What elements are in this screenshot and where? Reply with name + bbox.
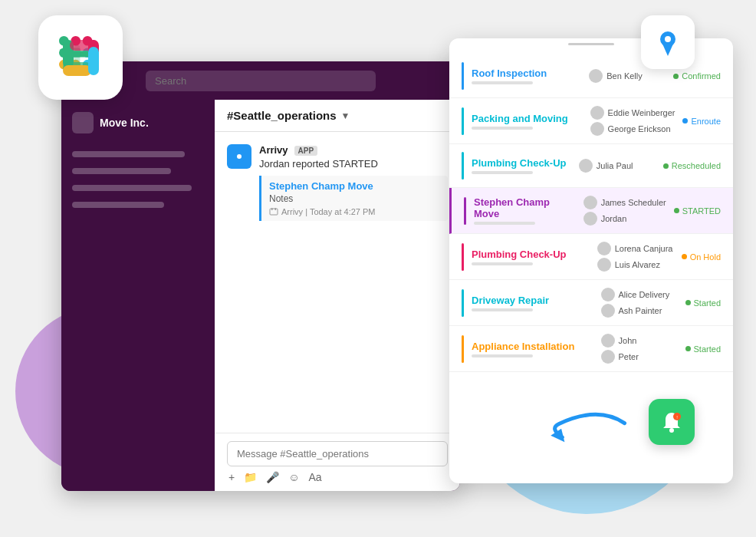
status-text: Enroute [691, 117, 721, 126]
status-dot [682, 254, 687, 259]
status-text: STARTED [682, 206, 721, 216]
job-status: On Hold [682, 252, 721, 262]
job-item[interactable]: Plumbing Check-UpLorena CanjuraLuis Alva… [449, 234, 733, 280]
job-bar [472, 127, 533, 130]
job-person: Peter [601, 350, 678, 364]
person-name: Ash Painter [619, 306, 662, 315]
message-text: Jordan reported STARTED [259, 157, 448, 171]
job-left-border [462, 243, 464, 271]
preview-meta: Arrivy | Today at 4:27 PM [269, 207, 440, 216]
message-sender: Arrivy [259, 144, 288, 156]
status-dot [685, 300, 691, 305]
job-status: Started [685, 298, 721, 308]
job-avatars: Lorena CanjuraLuis Alvarez [597, 242, 674, 272]
job-avatars: Alice DeliveryAsh Painter [601, 288, 678, 318]
slack-sidebar: Move Inc. [61, 100, 215, 491]
person-avatar [583, 212, 597, 226]
job-person: Ash Painter [601, 304, 678, 318]
svg-rect-26 [270, 209, 278, 215]
folder-icon[interactable]: 📁 [244, 471, 257, 483]
job-person: Ben Kelly [589, 69, 666, 83]
location-pin-card [641, 15, 695, 69]
sidebar-item-1[interactable] [72, 151, 185, 157]
svg-point-20 [669, 428, 674, 433]
person-name: Luis Alvarez [615, 260, 660, 269]
person-name: Ben Kelly [606, 71, 642, 81]
search-input[interactable] [146, 71, 376, 91]
job-item[interactable]: Plumbing Check-UpJulia PaulRescheduled [449, 144, 733, 188]
status-text: Confirmed [682, 71, 721, 81]
person-name: Lorena Canjura [615, 244, 673, 253]
message-input[interactable] [227, 441, 448, 466]
job-info: Plumbing Check-Up [472, 157, 571, 174]
person-avatar [601, 288, 615, 301]
job-status: Confirmed [673, 71, 721, 81]
person-name: Jordan [601, 214, 627, 223]
format-icon[interactable]: Aa [308, 471, 321, 483]
sidebar-item-3[interactable] [72, 185, 192, 191]
channel-name[interactable]: #Seattle_operations [227, 109, 337, 122]
bell-icon: ! [660, 410, 683, 433]
person-avatar [597, 258, 611, 272]
mic-icon[interactable]: 🎤 [266, 471, 279, 483]
job-title: Roof Inspection [472, 68, 581, 79]
person-avatar [601, 334, 615, 348]
input-toolbar: + 📁 🎤 ☺ Aa [227, 466, 448, 483]
status-text: Started [694, 298, 721, 308]
job-status: Rescheduled [663, 161, 721, 170]
job-title: Packing and Moving [472, 113, 583, 124]
person-name: Alice Delivery [619, 290, 670, 299]
job-info: Driveway Repair [472, 295, 593, 311]
person-name: George Erickson [608, 124, 671, 133]
job-title: Plumbing Check-Up [472, 157, 571, 169]
message-input-area: + 📁 🎤 ☺ Aa [215, 433, 460, 491]
scroll-track [568, 43, 614, 45]
preview-meta-icon [269, 207, 278, 216]
job-status: Enroute [682, 117, 721, 126]
job-person: Alice Delivery [601, 288, 678, 301]
job-info: Stephen Champ Move [474, 196, 576, 225]
workspace-name: Move Inc. [100, 117, 149, 129]
sidebar-item-2[interactable] [72, 168, 171, 174]
preview-meta-text: Arrivy | Today at 4:27 PM [281, 207, 375, 216]
slack-body: Move Inc. #Seattle_operations ▼ [61, 100, 460, 491]
arrivy-avatar [227, 144, 251, 169]
svg-marker-18 [662, 42, 674, 56]
job-bar [474, 222, 535, 225]
job-person: John [601, 334, 678, 348]
bell-notification-card[interactable]: ! [649, 399, 695, 445]
svg-rect-27 [271, 208, 273, 210]
person-avatar [589, 69, 603, 83]
job-title: Appliance Installation [472, 341, 593, 352]
job-left-border [464, 197, 466, 225]
job-item[interactable]: Stephen Champ MoveJames SchedulerJordanS… [449, 188, 733, 234]
job-bar [472, 171, 533, 174]
add-icon[interactable]: + [228, 471, 235, 483]
channel-header: #Seattle_operations ▼ [215, 100, 460, 132]
status-dot [663, 163, 669, 169]
message-block: Arrivy APP Jordan reported STARTED Steph… [227, 144, 448, 221]
job-info: Plumbing Check-Up [472, 249, 590, 265]
job-avatars: James SchedulerJordan [583, 196, 666, 226]
workspace-header: Move Inc. [67, 109, 209, 137]
job-info: Packing and Moving [472, 113, 583, 130]
svg-rect-15 [63, 65, 91, 76]
status-dot [674, 208, 679, 213]
job-bar [472, 262, 533, 265]
job-item[interactable]: Packing and MovingEddie WeinbergerGeorge… [449, 98, 733, 144]
person-avatar [579, 159, 593, 173]
job-item[interactable]: Appliance InstallationJohnPeterStarted [449, 326, 733, 372]
svg-point-19 [665, 36, 671, 42]
emoji-icon[interactable]: ☺ [288, 471, 299, 483]
location-pin-icon [654, 28, 682, 56]
message-badge: APP [294, 146, 318, 156]
status-dot [682, 118, 688, 124]
message-preview-card[interactable]: Stephen Champ Move Notes Arrivy | Today … [259, 176, 448, 221]
sidebar-item-4[interactable] [72, 202, 164, 208]
person-avatar [583, 196, 597, 209]
svg-point-25 [237, 154, 242, 159]
job-person: Eddie Weinberger [590, 106, 675, 120]
job-left-border [462, 289, 464, 317]
arrivy-avatar-icon [232, 149, 247, 164]
job-item[interactable]: Driveway RepairAlice DeliveryAsh Painter… [449, 280, 733, 326]
